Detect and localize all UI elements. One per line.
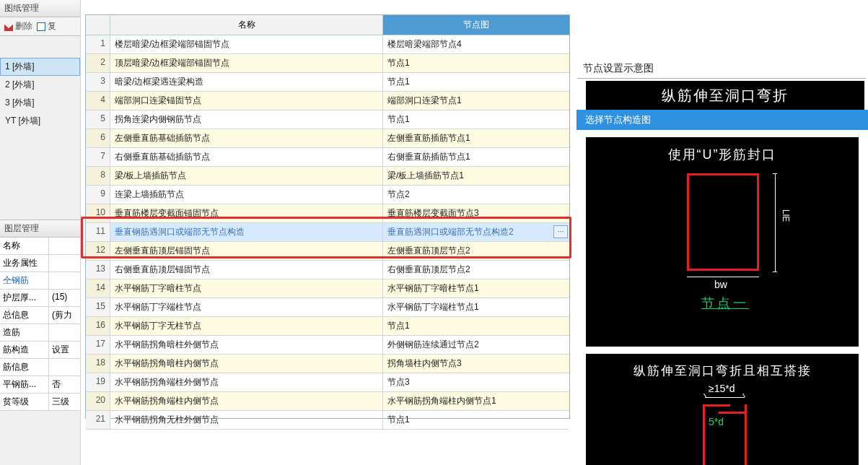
cell-node[interactable]: 右侧垂直筋插筋节点1 xyxy=(383,148,569,167)
cell-node[interactable]: 垂直筋楼层变截面节点3 xyxy=(383,204,569,223)
select-node-dialog-header[interactable]: 选择节点构造图 xyxy=(577,110,868,130)
cell-node[interactable]: 节点1 xyxy=(383,54,569,73)
property-row[interactable]: 护层厚...(15) xyxy=(0,290,80,307)
property-row[interactable]: 平钢筋...否 xyxy=(0,376,80,394)
delete-button[interactable]: 删除 xyxy=(4,20,32,32)
cell-name[interactable]: 水平钢筋拐角暗柱内侧节点 xyxy=(110,355,383,373)
cell-name[interactable]: 水平钢筋丁字暗柱节点 xyxy=(110,279,383,298)
table-row[interactable]: 18水平钢筋拐角暗柱内侧节点拐角墙柱内侧节点3 xyxy=(86,355,569,373)
cell-name[interactable]: 水平钢筋拐角端柱外侧节点 xyxy=(110,373,383,392)
table-row[interactable]: 16水平钢筋丁字无柱节点节点1 xyxy=(86,317,569,336)
property-value[interactable] xyxy=(49,255,80,271)
cell-name[interactable]: 右侧垂直筋顶层锚固节点 xyxy=(110,261,383,279)
cell-node[interactable]: 拐角墙柱内侧节点3 xyxy=(383,355,569,373)
property-value[interactable]: (15) xyxy=(49,290,80,306)
table-row[interactable]: 15水平钢筋丁字端柱节点水平钢筋丁字端柱节点1 xyxy=(86,298,569,317)
cell-node[interactable]: 左侧垂直筋插筋节点1 xyxy=(383,129,569,148)
drawings-list-item[interactable]: YT [外墙] xyxy=(0,112,80,130)
property-value[interactable]: 三级 xyxy=(49,394,80,410)
table-row[interactable]: 17水平钢筋拐角暗柱外侧节点外侧钢筋连续通过节点2 xyxy=(86,336,569,355)
property-value[interactable] xyxy=(49,359,80,375)
cell-node[interactable]: 外侧钢筋连续通过节点2 xyxy=(383,336,569,355)
cell-node[interactable]: 梁/板上墙插筋节点1 xyxy=(383,167,569,186)
cell-name[interactable]: 水平钢筋拐角无柱外侧节点 xyxy=(110,411,383,430)
cell-node[interactable]: 水平钢筋丁字端柱节点1 xyxy=(383,298,569,317)
table-row[interactable]: 2顶层暗梁/边框梁端部锚固节点节点1 xyxy=(86,54,569,73)
cell-name[interactable]: 水平钢筋丁字端柱节点 xyxy=(110,298,383,317)
cell-name[interactable]: 右侧垂直筋基础插筋节点 xyxy=(110,148,383,167)
cell-node[interactable]: 水平钢筋拐角端柱内侧节点1 xyxy=(383,392,569,411)
table-row[interactable]: 8梁/板上墙插筋节点梁/板上墙插筋节点1 xyxy=(86,167,569,186)
table-row[interactable]: 12左侧垂直筋顶层锚固节点左侧垂直筋顶层节点2 xyxy=(86,242,569,261)
table-row[interactable]: 20水平钢筋拐角端柱内侧节点水平钢筋拐角端柱内侧节点1 xyxy=(86,392,569,411)
node-thumbnail-1[interactable]: 使用“U”形筋封口 LlE bw 节点一 xyxy=(586,137,859,347)
table-row[interactable]: 10垂直筋楼层变截面锚固节点垂直筋楼层变截面节点3 xyxy=(86,204,569,223)
cell-name[interactable]: 左侧垂直筋顶层锚固节点 xyxy=(110,242,383,261)
property-value[interactable]: (剪力 xyxy=(49,307,80,323)
table-row[interactable]: 13右侧垂直筋顶层锚固节点右侧垂直筋顶层节点2 xyxy=(86,261,569,279)
cell-name[interactable]: 拐角连梁内侧钢筋节点 xyxy=(110,110,383,129)
property-row[interactable]: 筋构造设置 xyxy=(0,342,80,359)
cell-node[interactable]: 节点1 xyxy=(383,411,569,430)
property-value[interactable] xyxy=(49,272,80,289)
drawings-list-item[interactable]: 1 [外墙] xyxy=(0,58,80,76)
node-thumbnail-2[interactable]: 纵筋伸至洞口弯折且相互搭接 ≥15*d 5*d xyxy=(586,354,859,465)
cell-name[interactable]: 水平钢筋拐角端柱内侧节点 xyxy=(110,392,383,411)
table-row[interactable]: 14水平钢筋丁字暗柱节点水平钢筋丁字暗柱节点1 xyxy=(86,279,569,298)
node-link-1[interactable]: 节点一 xyxy=(701,295,749,312)
row-number: 19 xyxy=(86,373,110,392)
table-row[interactable]: 9连梁上墙插筋节点节点2 xyxy=(86,186,569,204)
table-row[interactable]: 1楼层暗梁/边框梁端部锚固节点楼层暗梁端部节点4 xyxy=(86,35,569,54)
cell-node[interactable]: 节点1 xyxy=(383,317,569,336)
cell-name[interactable]: 水平钢筋丁字无柱节点 xyxy=(110,317,383,336)
cell-name[interactable]: 暗梁/边框梁遇连梁构造 xyxy=(110,73,383,92)
table-row[interactable]: 19水平钢筋拐角端柱外侧节点节点3 xyxy=(86,373,569,392)
cell-name[interactable]: 垂直筋楼层变截面锚固节点 xyxy=(110,204,383,223)
cell-node[interactable]: 端部洞口连梁节点1 xyxy=(383,92,569,110)
table-row[interactable]: 3暗梁/边框梁遇连梁构造节点1 xyxy=(86,73,569,92)
cell-name[interactable]: 顶层暗梁/边框梁端部锚固节点 xyxy=(110,54,383,73)
table-row[interactable]: 7右侧垂直筋基础插筋节点右侧垂直筋插筋节点1 xyxy=(86,148,569,167)
cell-name[interactable]: 连梁上墙插筋节点 xyxy=(110,186,383,204)
cell-name[interactable]: 水平钢筋拐角暗柱外侧节点 xyxy=(110,336,383,355)
table-row[interactable]: 5拐角连梁内侧钢筋节点节点1 xyxy=(86,110,569,129)
drawings-list-item[interactable]: 3 [外墙] xyxy=(0,94,80,112)
cell-name[interactable]: 左侧垂直筋基础插筋节点 xyxy=(110,129,383,148)
rebar-bend-left-icon xyxy=(703,404,730,407)
cell-name[interactable]: 端部洞口连梁锚固节点 xyxy=(110,92,383,110)
cell-node[interactable]: 垂直筋遇洞口或端部无节点构造2··· xyxy=(383,223,569,242)
cell-node[interactable]: 水平钢筋丁字暗柱节点1 xyxy=(383,279,569,298)
row-number: 5 xyxy=(86,110,110,129)
drawings-toolbar: 删除 复 xyxy=(0,17,80,36)
property-row[interactable]: 总信息(剪力 xyxy=(0,307,80,324)
cell-node[interactable]: 节点3 xyxy=(383,373,569,392)
table-row[interactable]: 4端部洞口连梁锚固节点端部洞口连梁节点1 xyxy=(86,92,569,110)
col-node-header[interactable]: 节点图 xyxy=(383,15,569,35)
table-row[interactable]: 11垂直钢筋遇洞口或端部无节点构造垂直筋遇洞口或端部无节点构造2··· xyxy=(86,223,569,242)
property-row[interactable]: 业务属性 xyxy=(0,255,80,272)
row-number: 20 xyxy=(86,392,110,411)
property-value[interactable]: 否 xyxy=(49,376,80,393)
property-row[interactable]: 造筋 xyxy=(0,324,80,342)
table-row[interactable]: 6左侧垂直筋基础插筋节点左侧垂直筋插筋节点1 xyxy=(86,129,569,148)
property-value[interactable]: 设置 xyxy=(49,342,80,358)
cell-name[interactable]: 垂直钢筋遇洞口或端部无节点构造 xyxy=(110,223,383,242)
cell-name[interactable]: 楼层暗梁/边框梁端部锚固节点 xyxy=(110,35,383,54)
cell-node[interactable]: 节点1 xyxy=(383,73,569,92)
delete-icon xyxy=(4,22,13,31)
col-name-header[interactable]: 名称 xyxy=(110,15,383,35)
drawings-list-item[interactable]: 2 [外墙] xyxy=(0,76,80,94)
cell-node[interactable]: 左侧垂直筋顶层节点2 xyxy=(383,242,569,261)
property-row[interactable]: 仝钢筋 xyxy=(0,272,80,290)
cell-node[interactable]: 节点1 xyxy=(383,110,569,129)
cell-node[interactable]: 节点2 xyxy=(383,186,569,204)
property-value[interactable] xyxy=(49,324,80,341)
cell-node[interactable]: 楼层暗梁端部节点4 xyxy=(383,35,569,54)
cell-name[interactable]: 梁/板上墙插筋节点 xyxy=(110,167,383,186)
table-row[interactable]: 21水平钢筋拐角无柱外侧节点节点1 xyxy=(86,411,569,430)
property-row[interactable]: 贫等级三级 xyxy=(0,394,80,411)
cell-node[interactable]: 右侧垂直筋顶层节点2 xyxy=(383,261,569,279)
browse-button[interactable]: ··· xyxy=(553,225,568,238)
property-row[interactable]: 筋信息 xyxy=(0,359,80,376)
copy-button[interactable]: 复 xyxy=(37,20,56,32)
